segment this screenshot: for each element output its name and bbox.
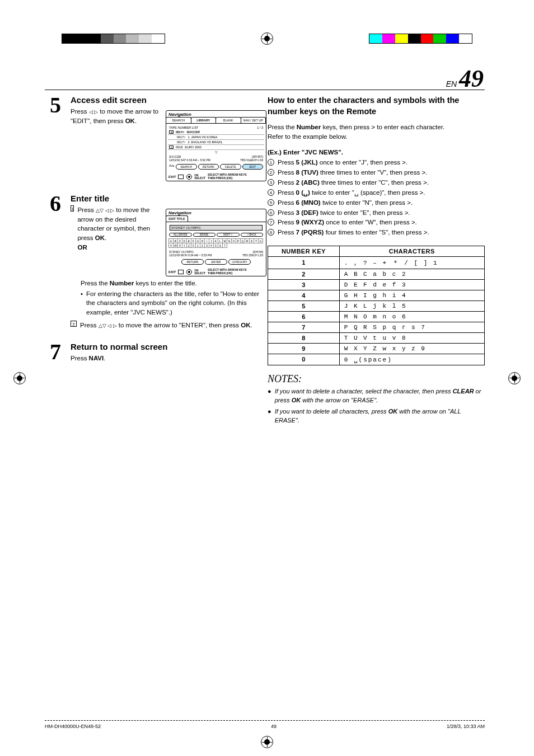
key-label: 2 (ABC): [296, 179, 320, 186]
chevron-down-icon: ▽: [168, 150, 264, 154]
example-step-1: 1Press 5 (JKL) once to enter "J", then p…: [268, 158, 485, 168]
tab-search[interactable]: SEARCH: [166, 117, 191, 123]
step-title: Access edit screen: [71, 95, 266, 105]
next-button[interactable]: NEXT >: [217, 233, 240, 237]
list-item[interactable]: ⊡0017>SOCCER: [168, 130, 264, 135]
color-bar-left: [62, 34, 165, 44]
select-label: SELECT: [194, 177, 205, 180]
color-bar-right: [369, 34, 472, 44]
tape-num: 0017>: [177, 135, 185, 139]
page-header: EN 49: [446, 64, 484, 93]
text: Press: [278, 189, 296, 196]
cell-key: 8: [268, 332, 340, 343]
notes-heading: NOTES:: [268, 373, 485, 385]
text: Press: [71, 108, 89, 115]
list-item[interactable]: ⊡0018EURO 2003: [168, 145, 264, 150]
table-row: 8T U V t u v 8: [268, 332, 485, 343]
panel-delete-button[interactable]: DELETE: [220, 164, 241, 170]
bullet-text: For entering the characters as the title…: [86, 289, 266, 317]
registration-mark-icon: [261, 32, 273, 45]
text: .: [104, 355, 105, 361]
table-row: 6M N O m n o 6: [268, 311, 485, 322]
panel-category-button[interactable]: CATEGORY: [228, 259, 251, 265]
character-grid[interactable]: ABCDEFGHIJKLMNOPQ RSTUVWXYZ01234567: [168, 238, 264, 249]
tab-blank[interactable]: BLANK: [216, 117, 241, 123]
text: twice to enter "N", then press >.: [321, 199, 413, 206]
text: three times to enter "C", then press >.: [320, 179, 429, 186]
footer-help2: THEN PRESS [OK]: [208, 272, 247, 275]
text: .: [105, 234, 106, 241]
panel-return-button[interactable]: RETURN: [198, 164, 219, 170]
panel-search-button[interactable]: SEARCH: [176, 164, 197, 170]
text: Press: [278, 209, 296, 216]
text: keys to enter the title.: [134, 280, 197, 287]
tape-icon: ⊡: [169, 130, 174, 134]
circled-number-icon: 5: [268, 199, 274, 206]
list-item[interactable]: 0017>1. JAPAN VS KOREA: [168, 135, 264, 140]
note-item: ● If you want to delete a character, sel…: [268, 387, 485, 405]
step-5: 5 Access edit screen Press ◁ ▷ to move t…: [45, 95, 257, 181]
panel-exit-label: EXIT: [168, 270, 176, 274]
left-column: 5 Access edit screen Press ◁ ▷ to move t…: [45, 95, 257, 428]
text: Refer to the example below.: [268, 133, 348, 140]
back-button[interactable]: < BACK: [241, 233, 264, 237]
header-rule: [45, 90, 485, 90]
tape-title: 2. ENGLAND VS BRAZIL: [188, 140, 222, 144]
step-title: Enter title: [71, 194, 266, 203]
tab-library[interactable]: LIBRARY: [191, 117, 217, 123]
text: twice to enter "E", then press >.: [318, 209, 410, 216]
title-input[interactable]: SYDNEY OLYMPIC: [170, 225, 263, 231]
example-step-8: 8Press 7 (PQRS) four times to enter "S",…: [268, 228, 485, 238]
cell-key: 3: [268, 279, 340, 290]
erase-button[interactable]: ERASE: [193, 233, 216, 237]
text: once to enter "J", then press >.: [318, 159, 408, 166]
right-column: How to enter the characters and symbols …: [268, 95, 485, 428]
registration-mark-icon: [261, 736, 273, 748]
exit-button-icon: [178, 270, 184, 274]
table-row: 00 ␣(space): [268, 354, 485, 365]
text: four times to enter "S", then press >.: [324, 229, 429, 236]
or-label: OR: [77, 244, 87, 251]
text: Press: [278, 219, 296, 226]
footer-filename: HM-DH40000U-EN48-52: [45, 724, 101, 729]
table-header-row: NUMBER KEY CHARACTERS: [268, 246, 485, 256]
all-erase-button[interactable]: ALL ERASE: [169, 233, 192, 237]
clear-label: CLEAR: [453, 388, 474, 395]
navi-label: NAVI: [89, 355, 104, 361]
tab-edit-title[interactable]: EDIT TITLE: [166, 215, 188, 222]
tab-navi-setup[interactable]: NAVI. SET UP: [241, 117, 266, 123]
panel-edit-button[interactable]: EDIT: [242, 164, 264, 170]
list-item[interactable]: 0017>2. ENGLAND VS BRAZIL: [168, 140, 264, 145]
footer-help2: THEN PRESS [OK]: [208, 177, 247, 180]
tape-num: 0018: [176, 145, 182, 149]
step-title: Return to normal screen: [71, 342, 257, 351]
panel-enter-button[interactable]: ENTER: [205, 259, 227, 265]
text: Press the: [81, 280, 110, 287]
cell-key: 0: [268, 354, 340, 365]
en-label: EN: [446, 79, 457, 88]
text: to move the arrow to "ENTER", then press: [117, 322, 241, 328]
text: Press: [278, 199, 296, 206]
panel-return-button[interactable]: RETURN: [181, 259, 204, 265]
panel-exit-label: EXIT: [168, 175, 176, 179]
circled-number-icon: 2: [268, 169, 274, 176]
cell-key: 2: [268, 269, 340, 279]
registration-mark-icon: [508, 372, 521, 384]
key-label: 7 (PQRS): [296, 229, 324, 236]
cell-key: 5: [268, 300, 340, 311]
cell-chars: P Q R S p q r s 7: [339, 322, 484, 332]
cell-chars: A B C a b c 2: [339, 269, 484, 279]
cell-chars: D E F d e f 3: [339, 279, 484, 290]
arrow-all-icon: △▽ ◁ ▷: [99, 323, 117, 328]
text: If you want to delete all characters, pr…: [275, 408, 388, 415]
cell-key: 6: [268, 311, 340, 322]
tape-title: EURO 2003: [185, 145, 202, 149]
panel-logo: Navigation: [166, 209, 266, 215]
text: Press: [278, 169, 296, 176]
example-step-7: 7Press 9 (WXYZ) once to enter "W", then …: [268, 218, 485, 228]
text: once to enter "W", then press >.: [324, 219, 417, 226]
cell-key: 1: [268, 256, 340, 269]
cell-chars: T U V t u v 8: [339, 332, 484, 343]
example-heading: (Ex.) Enter "JVC NEWS".: [268, 149, 485, 156]
cell-chars: M N O m n o 6: [339, 311, 484, 322]
